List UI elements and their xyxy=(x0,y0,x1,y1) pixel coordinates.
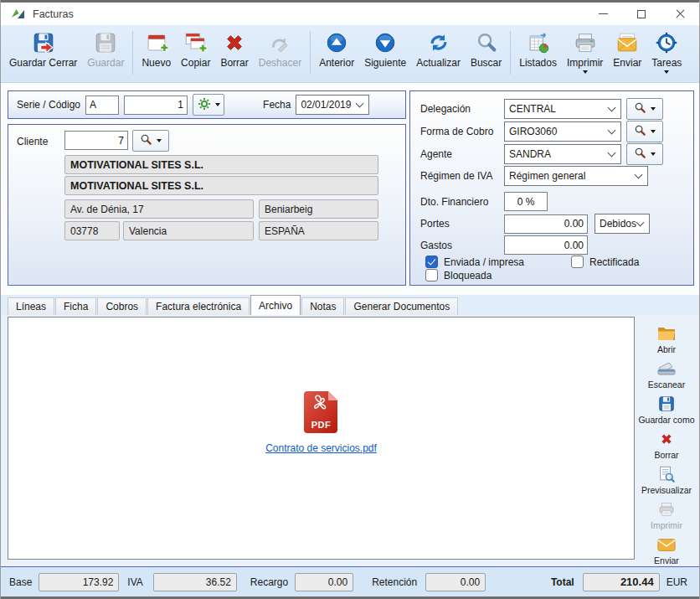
reports-icon xyxy=(525,29,552,56)
tab-factura-electronica[interactable]: Factura electrónica xyxy=(147,297,250,315)
base-value: 173.92 xyxy=(39,573,119,591)
cliente-poblacion: Beniarbeig xyxy=(259,199,378,219)
agente-combo[interactable]: SANDRA xyxy=(504,144,621,164)
cliente-lookup-button[interactable] xyxy=(132,130,169,152)
pdf-file-icon[interactable]: PDF xyxy=(304,391,337,433)
preview-icon xyxy=(657,464,676,484)
tab-archivo[interactable]: Archivo xyxy=(250,295,301,315)
pdf-icon-label: PDF xyxy=(304,420,337,430)
toolbar-label: Tareas xyxy=(651,57,682,69)
fecha-label: Fecha xyxy=(263,99,291,111)
bloqueada-checkbox[interactable]: Bloqueada xyxy=(425,269,492,281)
sidebar-label: Borrar xyxy=(654,450,678,460)
chevron-down-icon xyxy=(635,171,643,179)
refresh-icon xyxy=(425,29,452,56)
bloqueada-label: Bloqueada xyxy=(444,270,492,281)
invoice-header-area: Serie / Código Fecha 02/01/2019 Cliente … xyxy=(1,83,699,295)
tab-notas[interactable]: Notas xyxy=(301,297,344,315)
minimize-icon xyxy=(599,13,608,15)
detail-tabstrip: Líneas Ficha Cobros Factura electrónica … xyxy=(1,295,699,315)
sidebar-enviar-button[interactable]: Enviar xyxy=(636,534,697,566)
regimen-iva-label: Régimen de IVA xyxy=(420,170,504,182)
checkbox-unchecked-icon xyxy=(425,269,438,281)
sidebar-imprimir-button: Imprimir xyxy=(636,498,697,531)
tab-cobros[interactable]: Cobros xyxy=(97,297,147,315)
file-link[interactable]: Contrato de servicios.pdf xyxy=(265,442,377,454)
open-folder-icon xyxy=(656,323,677,343)
tasks-clock-icon xyxy=(653,29,680,56)
sidebar-label: Escanear xyxy=(648,380,685,390)
toolbar-borrar-button[interactable]: Borrar xyxy=(215,28,253,77)
codigo-options-button[interactable] xyxy=(193,94,224,116)
delegacion-combo[interactable]: CENTRAL xyxy=(504,99,621,119)
toolbar-buscar-button[interactable]: Buscar xyxy=(466,28,507,77)
toolbar-guardar-cerrar-button[interactable]: Guardar Cerrar xyxy=(4,28,82,77)
forma-cobro-combo[interactable]: GIRO3060 xyxy=(504,121,621,142)
send-mail-icon xyxy=(657,534,676,555)
dropdown-caret-icon xyxy=(215,103,220,106)
gastos-input[interactable] xyxy=(504,235,588,255)
toolbar-actualizar-button[interactable]: Actualizar xyxy=(411,28,466,77)
toolbar-deshacer-button: Deshacer xyxy=(254,28,306,77)
portes-input[interactable] xyxy=(504,214,588,234)
enviada-impresa-label: Enviada / impresa xyxy=(444,256,524,268)
cliente-codigo-input[interactable] xyxy=(64,131,128,150)
sidebar-abrir-button[interactable]: Abrir xyxy=(636,323,697,355)
chevron-down-icon xyxy=(636,219,645,227)
retencion-label: Retención xyxy=(372,576,417,588)
file-actions-sidebar: Abrir Escanear Guardar como Borrar Previ… xyxy=(634,315,699,566)
toolbar-copiar-button[interactable]: Copiar xyxy=(176,28,215,77)
enviada-impresa-checkbox[interactable]: Enviada / impresa xyxy=(425,256,524,268)
close-icon xyxy=(675,8,686,19)
toolbar-tareas-button[interactable]: Tareas xyxy=(646,28,687,77)
rectificada-checkbox[interactable]: Rectificada xyxy=(571,256,639,268)
delegacion-lookup-button[interactable] xyxy=(626,98,663,120)
magnifier-icon xyxy=(634,101,646,116)
serie-input[interactable] xyxy=(85,96,119,115)
tab-lineas[interactable]: Líneas xyxy=(8,297,54,315)
sidebar-guardar-como-button[interactable]: Guardar como xyxy=(636,393,697,426)
dto-financiero-input[interactable] xyxy=(504,192,548,211)
scanner-icon xyxy=(656,359,677,379)
forma-cobro-label: Forma de Cobro xyxy=(420,126,504,137)
toolbar-anterior-button[interactable]: Anterior xyxy=(314,28,359,77)
toolbar-enviar-button[interactable]: Enviar xyxy=(608,28,646,77)
toolbar-separator xyxy=(510,31,511,75)
close-button[interactable] xyxy=(661,3,699,25)
toolbar-label: Imprimir xyxy=(567,57,603,69)
sidebar-label: Previsualizar xyxy=(641,485,692,495)
toolbar-siguiente-button[interactable]: Siguiente xyxy=(359,28,411,77)
archivo-tab-content: PDF Contrato de servicios.pdf Abrir Esca… xyxy=(1,315,699,566)
minimize-button[interactable] xyxy=(584,3,622,25)
cliente-nombre-fiscal: MOTIVATIONAL SITES S.L. xyxy=(64,155,378,174)
serie-codigo-label: Serie / Código xyxy=(17,99,80,111)
previous-icon xyxy=(323,29,350,56)
sidebar-borrar-button[interactable]: Borrar xyxy=(636,428,697,461)
toolbar-imprimir-button[interactable]: Imprimir xyxy=(562,28,608,77)
dropdown-caret-icon xyxy=(583,70,588,74)
pdf-swirl-icon xyxy=(311,395,331,416)
tab-generar-documentos[interactable]: Generar Documentos xyxy=(345,297,458,315)
toolbar-separator xyxy=(132,31,133,75)
agente-lookup-button[interactable] xyxy=(626,143,663,165)
forma-cobro-lookup-button[interactable] xyxy=(626,121,663,142)
toolbar-label: Borrar xyxy=(220,57,248,69)
portes-tipo-combo[interactable]: Debidos xyxy=(594,214,650,234)
delegacion-value: CENTRAL xyxy=(509,103,556,115)
sidebar-previsualizar-button[interactable]: Previsualizar xyxy=(636,463,697,496)
toolbar-listados-button[interactable]: Listados xyxy=(514,28,562,77)
sidebar-escanear-button[interactable]: Escanear xyxy=(636,358,697,390)
tab-ficha[interactable]: Ficha xyxy=(55,297,96,315)
fecha-datepicker[interactable]: 02/01/2019 xyxy=(296,95,369,115)
regimen-iva-combo[interactable]: Régimen general xyxy=(504,166,648,186)
agente-label: Agente xyxy=(420,148,504,160)
toolbar-guardar-button: Guardar xyxy=(82,28,129,77)
codigo-input[interactable] xyxy=(124,96,188,115)
toolbar-label: Guardar Cerrar xyxy=(9,57,77,69)
cliente-panel: Cliente MOTIVATIONAL SITES S.L. MOTIVATI… xyxy=(8,124,406,286)
maximize-button[interactable] xyxy=(622,3,661,25)
file-item[interactable]: PDF Contrato de servicios.pdf xyxy=(265,391,377,454)
serie-codigo-panel: Serie / Código Fecha 02/01/2019 xyxy=(8,90,406,119)
rectificada-label: Rectificada xyxy=(589,256,639,268)
toolbar-nuevo-button[interactable]: Nuevo xyxy=(136,28,176,77)
